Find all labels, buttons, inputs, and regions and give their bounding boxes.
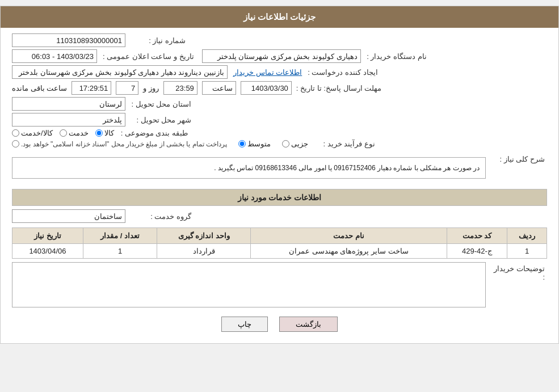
purchase-type-note: پرداخت تمام یا بخشی از مبلغ خریدار محل "… <box>12 140 227 148</box>
purchase-type-row: نوع فرآیند خرید : پرداخت تمام یا بخشی از… <box>12 140 547 148</box>
deadline-time-label: ساعت <box>202 81 236 95</box>
province-row: استان محل تحویل : لرستان <box>12 97 547 111</box>
col-header-unit: واحد اندازه گیری <box>157 228 251 244</box>
col-header-row: ردیف <box>507 228 547 244</box>
category-option-service[interactable]: خدمت <box>60 129 89 137</box>
table-cell-date: 1403/04/06 <box>12 244 83 259</box>
purchase-type-note-text: پرداخت تمام یا بخشی از مبلغ خریدار محل "… <box>21 140 227 148</box>
deadline-remaining: 17:29:51 <box>72 81 111 95</box>
purchase-type-group: پرداخت تمام یا بخشی از مبلغ خریدار محل "… <box>12 140 308 148</box>
response-deadline-label: مهلت ارسال پاسخ: تا تاریخ : <box>296 84 384 92</box>
announce-date-value: 1403/03/23 - 06:03 <box>12 49 97 63</box>
deadline-date: 1403/03/30 <box>241 81 292 95</box>
deadline-remaining-label: ساعت باقی مانده <box>12 84 67 92</box>
creator-label: ایجاد کننده درخواست : <box>308 68 380 77</box>
category-option-service-label: خدمت <box>69 129 89 137</box>
page-title: جزئیات اطلاعات نیاز <box>243 12 316 22</box>
general-desc-value: در صورت هر مشکلی با شماره دهیار 09167152… <box>12 157 486 179</box>
category-radio-product[interactable] <box>95 129 103 137</box>
table-cell-code: ج-42-429 <box>447 244 507 259</box>
buyer-notes-row: توضیحات خریدار : <box>12 262 547 307</box>
purchase-type-label: نوع فرآیند خرید : <box>315 140 377 148</box>
purchase-type-radio-medium[interactable] <box>238 140 246 147</box>
table-cell-row: 1 <box>507 244 547 259</box>
procurement-org-value: دهیاری کولیوند بخش مرکزی شهرستان پلدختر <box>202 49 361 63</box>
deadline-row: مهلت ارسال پاسخ: تا تاریخ : 1403/03/30 س… <box>12 81 547 95</box>
service-group-row: گروه خدمت : ساختمان <box>12 209 547 223</box>
services-table: ردیف کد حدمت نام حدمت واحد اندازه گیری ت… <box>12 227 547 259</box>
print-button[interactable]: چاپ <box>221 317 268 332</box>
contact-info-link[interactable]: اطلاعات تماس خریدار <box>233 68 302 77</box>
service-group-value: ساختمان <box>12 209 125 223</box>
delivery-province-label: استان محل تحویل : <box>131 100 194 108</box>
table-header-row: ردیف کد حدمت نام حدمت واحد اندازه گیری ت… <box>12 228 547 244</box>
table-cell-name: ساخت سایر پروژه‌های مهندسی عمران <box>250 244 447 259</box>
deadline-days-label: روز و <box>143 84 159 92</box>
purchase-type-radio-note[interactable] <box>12 140 19 147</box>
category-option-product-label: کالا <box>104 129 114 137</box>
need-number-row: شماره نیاز : 1103108930000001 <box>12 33 547 47</box>
category-radio-service-product[interactable] <box>12 129 19 137</box>
buyer-notes-textarea[interactable] <box>12 262 486 307</box>
category-radio-group: کالا/خدمت خدمت کالا <box>12 129 114 137</box>
category-row: طبقه بندی موضوعی : کالا/خدمت خدمت کالا <box>12 129 547 137</box>
purchase-type-medium-label: متوسط <box>247 140 271 148</box>
col-header-name: نام حدمت <box>250 228 447 244</box>
table-cell-qty: 1 <box>83 244 157 259</box>
buyer-notes-label: توضیحات خریدار : <box>490 262 547 281</box>
announce-date-label: تاریخ و ساعت اعلان عمومی : <box>103 52 196 61</box>
col-header-date: تاریخ نیاز <box>12 228 83 244</box>
buttons-row: بازگشت چاپ <box>12 317 547 332</box>
category-label: طبقه بندی موضوعی : <box>121 129 190 137</box>
purchase-type-small-label: جزیی <box>291 140 308 148</box>
category-option-service-product[interactable]: کالا/خدمت <box>12 129 53 137</box>
general-desc-row: شرح کلی نیاز : در صورت هر مشکلی با شماره… <box>12 153 547 183</box>
need-number-label: شماره نیاز : <box>125 36 188 45</box>
col-header-qty: تعداد / مقدار <box>83 228 157 244</box>
deadline-time: 23:59 <box>163 81 197 95</box>
announce-org-row: نام دستگاه خریدار : دهیاری کولیوند بخش م… <box>12 49 547 63</box>
delivery-city-value: پلدختر <box>12 113 125 127</box>
city-row: شهر محل تحویل : پلدختر <box>12 113 547 127</box>
service-group-label: گروه خدمت : <box>131 212 194 221</box>
general-desc-label: شرح کلی نیاز : <box>490 153 547 163</box>
back-button[interactable]: بازگشت <box>279 317 338 332</box>
category-option-service-product-label: کالا/خدمت <box>21 129 53 137</box>
deadline-days: 7 <box>116 81 138 95</box>
delivery-city-label: شهر محل تحویل : <box>131 116 194 124</box>
table-row: 1ج-42-429ساخت سایر پروژه‌های مهندسی عمرا… <box>12 244 547 259</box>
creator-value: بازنیین دیناروند دهیار دهیاری کولیوند بخ… <box>12 65 228 79</box>
page-header: جزئیات اطلاعات نیاز <box>1 6 558 28</box>
purchase-type-medium[interactable]: متوسط <box>238 140 271 148</box>
need-number-value: 1103108930000001 <box>12 33 125 47</box>
purchase-type-small[interactable]: جزیی <box>282 140 308 148</box>
general-desc-text: در صورت هر مشکلی با شماره دهیار 09167152… <box>214 164 480 172</box>
page-wrapper: جزئیات اطلاعات نیاز شماره نیاز : 1103108… <box>0 6 559 344</box>
category-radio-service[interactable] <box>60 129 67 137</box>
category-option-product[interactable]: کالا <box>95 129 114 137</box>
purchase-type-radio-small[interactable] <box>282 140 289 147</box>
content-area: شماره نیاز : 1103108930000001 نام دستگاه… <box>1 28 558 343</box>
delivery-province-value: لرستان <box>12 97 125 111</box>
col-header-code: کد حدمت <box>447 228 507 244</box>
procurement-org-label: نام دستگاه خریدار : <box>367 52 429 61</box>
table-cell-unit: قرارداد <box>157 244 251 259</box>
creator-row: ایجاد کننده درخواست : اطلاعات تماس خریدا… <box>12 65 547 79</box>
services-section-title: اطلاعات خدمات مورد نیاز <box>12 189 547 206</box>
